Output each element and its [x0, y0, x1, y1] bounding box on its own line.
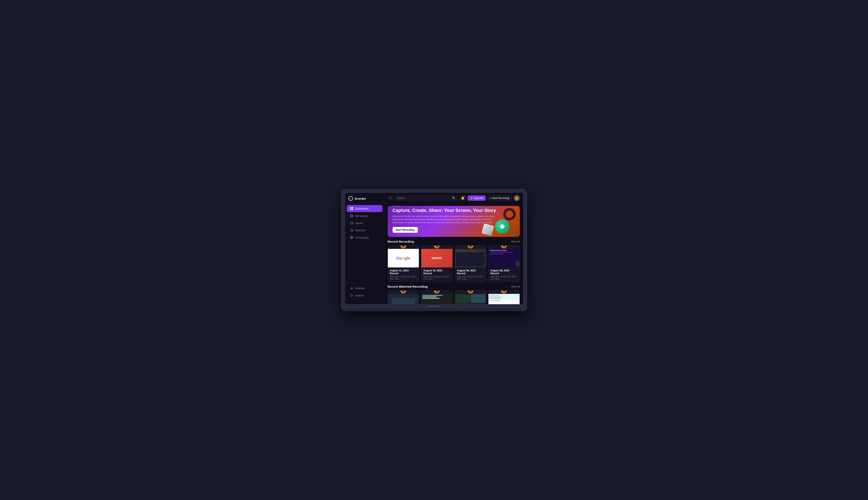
sphere-object: [495, 219, 510, 234]
card-meta: John Doe • August 11, 2023 • 100 Views: [390, 275, 417, 280]
hero-title: Capture, Create, Share: Your Screen, You…: [392, 208, 515, 213]
main-content: ‹ 🔍 🔔 ⚡ Upgrade + New Recording: [384, 193, 523, 304]
svg-rect-2: [350, 209, 352, 210]
hero-description: Introducing XCorder, the ultimate screen…: [392, 215, 500, 224]
search-bar: 🔍: [395, 195, 458, 201]
card-thumbnail: [388, 294, 419, 304]
laptop-wrapper: ◎ Xcorder Dashboard: [341, 189, 527, 311]
start-recording-button[interactable]: Start Recording: [392, 227, 418, 233]
svg-line-13: [352, 230, 352, 231]
card-thumbnail: [488, 249, 519, 268]
cards-next-button[interactable]: ›: [515, 261, 520, 266]
card-avatar: 🎬: [501, 245, 507, 249]
card-thumbnail: [455, 249, 486, 268]
card-thumbnail: [455, 294, 486, 304]
card-title: August 09, 2023 Record: [457, 269, 484, 275]
card-thumbnail: h1 { color: red; } p { font-size: 14px; …: [488, 294, 519, 304]
card-meta: John Doe • August 08, 2023 • 140 Views: [491, 275, 517, 280]
section-title: Recent Watched Recording: [388, 285, 428, 288]
sidebar-item-watched[interactable]: Watched: [347, 227, 382, 234]
view-all-button[interactable]: View All: [511, 240, 520, 243]
sidebar-bottom: Settings Logout: [345, 283, 384, 301]
watched-card-4[interactable]: 🎬 h1 { color: red; } p { font-size: 14px…: [488, 291, 520, 304]
laptop-chin: MacBook Air: [345, 304, 523, 308]
topbar-right: 🔔 ⚡ Upgrade + New Recording: [460, 195, 520, 201]
sidebar-item-label: Dashboard: [355, 207, 369, 210]
card-avatar-wrapper: 🎬: [488, 245, 519, 249]
sidebar-item-dashboard[interactable]: Dashboard: [347, 205, 382, 212]
card-title: August 08, 2023 Record: [491, 269, 517, 275]
notification-dot: [464, 196, 465, 197]
clock-icon: [350, 229, 353, 232]
svg-rect-4: [350, 215, 353, 217]
sidebar-item-community[interactable]: Community: [347, 234, 382, 241]
card-avatar: 🎬: [433, 291, 440, 294]
laptop-base: [345, 308, 523, 311]
card-body: August 11, 2023 Record John Doe • August…: [388, 268, 419, 282]
section-header: Recent Recording View All: [388, 240, 520, 243]
card-meta: John Doe • August 10, 2023 • 110 Views: [423, 275, 450, 280]
card-title: August 10, 2023 Record: [423, 269, 450, 275]
grid-icon: [350, 207, 353, 210]
sidebar-item-label: My Library: [355, 214, 368, 217]
card-avatar-wrapper: 🎬: [388, 245, 419, 249]
film-icon: [350, 214, 353, 217]
macbook-label: MacBook Air: [428, 305, 441, 307]
back-button[interactable]: ‹: [388, 195, 393, 201]
recording-card-1[interactable]: 🎬 Google August 11, 2023 Record John Doe…: [388, 245, 419, 282]
recording-card-2[interactable]: 🎬 NUFOO August 10, 2023 Record John Doe …: [421, 245, 453, 282]
notification-button[interactable]: 🔔: [460, 195, 466, 201]
app-layout: ◎ Xcorder Dashboard: [345, 193, 523, 304]
logo-text: Xcorder: [355, 197, 366, 200]
search-input[interactable]: [397, 197, 450, 200]
view-all-watched-button[interactable]: View All: [511, 285, 520, 288]
sidebar-item-label: Community: [355, 236, 369, 239]
app-logo: ◎ Xcorder: [345, 196, 384, 205]
sidebar-item-label: Logout: [355, 294, 364, 297]
recent-recordings-section: Recent Recording View All 🎬 Google: [384, 237, 523, 282]
watched-card-3[interactable]: 🎬: [455, 291, 486, 304]
sidebar-item-my-library[interactable]: My Library: [347, 212, 382, 219]
svg-rect-1: [352, 207, 353, 208]
hero-banner: Xcorder Capture, Create, Share: Your Scr…: [388, 206, 520, 237]
card-body: August 09, 2023 Record John Doe • August…: [455, 268, 486, 282]
sidebar-item-settings[interactable]: Settings: [347, 285, 382, 292]
sidebar-item-label: Saved: [355, 221, 363, 225]
card-thumbnail: Google: [388, 249, 419, 268]
hero-3d-objects: [503, 208, 516, 220]
card-avatar-wrapper: 🎬: [488, 291, 519, 294]
cube-object: [481, 224, 494, 236]
card-avatar: 🎬: [433, 245, 440, 249]
recording-card-3[interactable]: 🎬 August 09, 2023 Record John Doe •: [455, 245, 486, 282]
avatar[interactable]: [514, 195, 520, 201]
svg-rect-0: [350, 207, 352, 208]
watched-card-2[interactable]: 🎬: [421, 291, 453, 304]
globe-icon: [350, 236, 353, 239]
svg-rect-3: [352, 209, 353, 210]
recent-watched-section: Recent Watched Recording View All 🎬: [384, 282, 523, 304]
new-recording-button[interactable]: + New Recording: [487, 195, 512, 201]
card-avatar-wrapper: 🎬: [421, 291, 453, 294]
card-avatar-wrapper: 🎬: [455, 291, 486, 294]
sidebar-item-logout[interactable]: Logout: [347, 292, 382, 299]
laptop-screen: ◎ Xcorder Dashboard: [345, 193, 523, 304]
card-thumbnail: [421, 294, 453, 304]
sidebar-item-label: Watched: [355, 229, 366, 232]
card-avatar: 🎬: [467, 291, 474, 294]
card-avatar: 🎬: [400, 245, 407, 249]
card-body: August 10, 2023 Record John Doe • August…: [421, 268, 453, 282]
watched-card-1[interactable]: 🎬: [388, 291, 419, 304]
recent-watched-cards: 🎬 🎬: [388, 291, 520, 304]
sidebar: ◎ Xcorder Dashboard: [345, 193, 384, 304]
upgrade-button[interactable]: ⚡ Upgrade: [468, 195, 486, 201]
gear-icon: [350, 287, 353, 290]
logout-icon: [350, 294, 353, 297]
card-avatar: 🎬: [467, 245, 474, 249]
card-avatar-wrapper: 🎬: [421, 245, 453, 249]
svg-point-19: [516, 197, 517, 198]
search-icon: 🔍: [452, 197, 455, 200]
recent-recordings-cards: 🎬 Google August 11, 2023 Record John Doe…: [388, 245, 520, 282]
section-title: Recent Recording: [388, 240, 414, 243]
bookmark-icon: [350, 221, 353, 225]
sidebar-item-saved[interactable]: Saved: [347, 219, 382, 227]
